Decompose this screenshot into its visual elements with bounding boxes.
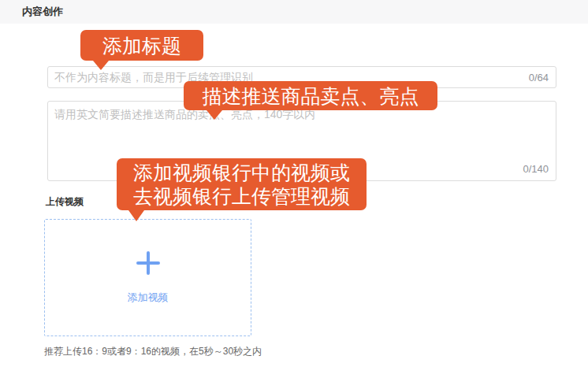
triangle-down-icon [128, 210, 144, 221]
description-char-counter: 0/140 [523, 163, 549, 175]
triangle-down-icon [207, 110, 222, 120]
callout-selling-points: 描述推送商品卖点、亮点 [184, 81, 437, 110]
video-upload-dropzone[interactable]: 添加视频 [44, 219, 251, 336]
add-video-button[interactable]: 添加视频 [128, 291, 169, 305]
callout-selling-points-text: 描述推送商品卖点、亮点 [203, 84, 419, 108]
callout-video-bank: 添加视频银行中的视频或 去视频银行上传管理视频 [117, 158, 367, 210]
content-creation-page: 内容创作 0/64 0/140 添加标题 描述推送商品卖点、亮点 添加视频银行中… [0, 0, 588, 367]
page-header: 内容创作 [0, 0, 588, 24]
callout-video-bank-line1: 添加视频银行中的视频或 [133, 161, 350, 184]
triangle-down-icon [93, 61, 109, 70]
plus-icon[interactable] [136, 251, 160, 275]
upload-hint: 推荐上传16：9或者9：16的视频，在5秒～30秒之内 [44, 345, 262, 358]
page-title: 内容创作 [22, 5, 63, 19]
callout-video-bank-line2: 去视频银行上传管理视频 [133, 184, 350, 208]
callout-add-title: 添加标题 [80, 30, 203, 61]
title-char-counter: 0/64 [529, 72, 549, 83]
upload-video-label: 上传视频 [46, 195, 84, 209]
callout-add-title-text: 添加标题 [102, 34, 181, 57]
